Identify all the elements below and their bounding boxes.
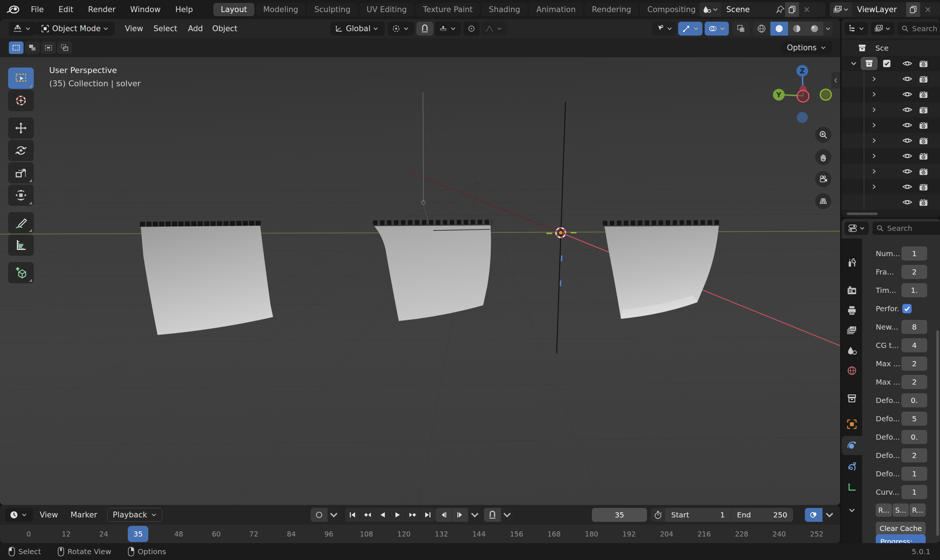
outliner-row[interactable]	[841, 148, 940, 164]
timeline-overlay-toggle[interactable]	[805, 508, 823, 522]
proportional-falloff-selector[interactable]	[481, 22, 507, 35]
property-value-field[interactable]: 2	[901, 265, 927, 279]
disable-in-renders-icon[interactable]	[918, 166, 929, 177]
prev-keyframe-button[interactable]	[360, 508, 375, 522]
editor-type-button[interactable]	[9, 22, 37, 35]
tool-rotate[interactable]	[8, 140, 34, 161]
hide-in-viewport-icon[interactable]	[902, 104, 913, 115]
chevron-right-icon[interactable]	[871, 76, 877, 82]
hide-in-viewport-icon[interactable]	[902, 58, 913, 69]
property-value-field[interactable]: 2	[901, 357, 927, 371]
properties-tab-world[interactable]	[841, 361, 862, 380]
tool-annotate[interactable]	[8, 212, 34, 233]
shading-rendered-button[interactable]	[806, 22, 823, 35]
chevron-right-icon[interactable]	[871, 91, 877, 97]
scene-unlink-button[interactable]	[799, 2, 814, 17]
topbar-menu-file[interactable]: File	[31, 5, 44, 14]
outliner-row-scene-collection[interactable]: Sce	[841, 40, 940, 56]
disable-in-renders-icon[interactable]	[918, 104, 929, 115]
cloth-mesh-2[interactable]	[374, 225, 491, 321]
chevron-right-icon[interactable]	[871, 168, 877, 174]
property-value-field[interactable]: 8	[901, 320, 927, 334]
properties-tab-output[interactable]	[841, 301, 862, 320]
frame-start-field[interactable]: Start 1	[665, 508, 731, 522]
viewport-canvas[interactable]: User Perspective (35) Collection | solve…	[0, 57, 840, 505]
property-value-field[interactable]: 2	[901, 448, 927, 462]
gizmo-y-neg-ball[interactable]	[820, 89, 831, 100]
outliner-row[interactable]	[841, 71, 940, 87]
ortho-toggle-button[interactable]	[815, 193, 831, 209]
outliner-row[interactable]	[841, 133, 940, 148]
snap-dropdown[interactable]	[501, 508, 513, 522]
ruler-tick-156[interactable]: 156	[510, 530, 523, 538]
overlays-toggle[interactable]	[705, 22, 729, 35]
shading-wireframe-button[interactable]	[753, 22, 770, 35]
ruler-tick-84[interactable]: 84	[287, 530, 296, 538]
workspace-tab-sculpting[interactable]: Sculpting	[307, 3, 358, 16]
next-keyframe-button[interactable]	[405, 508, 420, 522]
cache-action-button-2[interactable]: R...	[909, 503, 926, 517]
ruler-tick-108[interactable]: 108	[360, 530, 373, 538]
ruler-tick-72[interactable]: 72	[249, 530, 258, 538]
timeline-editor-type-button[interactable]	[5, 508, 33, 522]
disable-in-renders-icon[interactable]	[918, 89, 929, 100]
properties-tab-constraints[interactable]	[841, 457, 862, 476]
collection-checkbox[interactable]	[882, 59, 892, 68]
property-value-field[interactable]: 5	[901, 412, 927, 426]
zoom-button[interactable]	[815, 127, 831, 143]
hide-in-viewport-icon[interactable]	[902, 120, 913, 131]
disable-in-renders-icon[interactable]	[918, 135, 929, 146]
disable-in-renders-icon[interactable]	[918, 151, 929, 162]
pan-button[interactable]	[815, 149, 831, 165]
tool-move[interactable]	[8, 117, 34, 139]
workspace-tab-modeling[interactable]: Modeling	[256, 3, 306, 16]
outliner-row[interactable]	[841, 87, 940, 102]
workspace-tab-texture-paint[interactable]: Texture Paint	[416, 3, 480, 16]
step-back-button[interactable]	[436, 508, 452, 522]
properties-tab-view-layer[interactable]	[841, 321, 862, 340]
tool-add-cube[interactable]	[8, 262, 34, 283]
use-preview-range-button[interactable]	[651, 508, 665, 522]
tool-scale[interactable]	[8, 162, 34, 183]
progress-button[interactable]: Progress: ...	[876, 534, 926, 543]
ruler-tick-204[interactable]: 204	[660, 530, 673, 538]
xray-toggle[interactable]	[732, 22, 750, 35]
ruler-tick-120[interactable]: 120	[397, 530, 410, 538]
ruler-tick-192[interactable]: 192	[623, 530, 636, 538]
hide-in-viewport-icon[interactable]	[902, 197, 913, 208]
options-button[interactable]: Options	[781, 41, 832, 54]
scene-name[interactable]: Scene	[721, 5, 775, 14]
properties-tab-object[interactable]	[841, 415, 862, 434]
properties-tabs-overflow[interactable]	[841, 500, 862, 520]
viewlayer-copy-button[interactable]	[906, 2, 920, 17]
jump-to-end-button[interactable]	[421, 508, 435, 522]
outliner-row[interactable]	[841, 179, 940, 194]
property-checkbox[interactable]	[901, 303, 912, 314]
outliner-row[interactable]	[841, 117, 940, 133]
ruler-tick-96[interactable]: 96	[325, 530, 333, 538]
disable-in-renders-icon[interactable]	[918, 73, 929, 85]
navigation-gizmo[interactable]: Z Y	[771, 63, 834, 125]
properties-tab-physics[interactable]	[841, 436, 862, 455]
outliner-row[interactable]	[841, 164, 940, 179]
cache-action-button-0[interactable]: R...	[876, 503, 892, 517]
select-mode-select-subtract[interactable]	[41, 42, 56, 54]
chevron-right-icon[interactable]	[871, 184, 877, 190]
gizmo-z-neg-ball[interactable]	[797, 112, 808, 123]
ruler-tick-180[interactable]: 180	[585, 530, 598, 538]
chevron-right-icon[interactable]	[871, 122, 877, 128]
cloth-mesh-1[interactable]	[141, 226, 273, 335]
properties-tab-render[interactable]	[841, 281, 862, 300]
proportional-editing-toggle[interactable]	[463, 22, 479, 35]
hide-in-viewport-icon[interactable]	[902, 181, 913, 192]
disable-in-renders-icon[interactable]	[918, 58, 929, 69]
properties-tab-scene[interactable]	[841, 341, 862, 360]
viewport-menu-object[interactable]: Object	[212, 19, 237, 38]
properties-scrollbar[interactable]	[936, 330, 939, 536]
viewport-menu-add[interactable]: Add	[188, 19, 203, 38]
play-button[interactable]	[390, 508, 405, 522]
tool-cursor[interactable]	[8, 90, 34, 111]
properties-tab-object-data[interactable]	[841, 478, 862, 497]
keying-set-dropdown[interactable]	[328, 508, 340, 522]
active-collection-chip[interactable]	[861, 57, 878, 70]
